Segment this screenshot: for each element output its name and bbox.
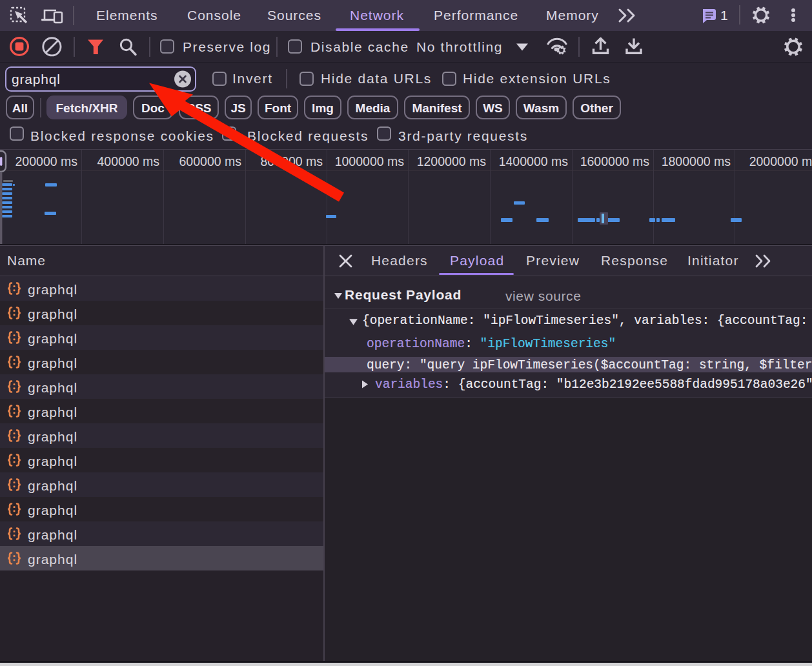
svg-text:1: 1: [720, 8, 728, 23]
